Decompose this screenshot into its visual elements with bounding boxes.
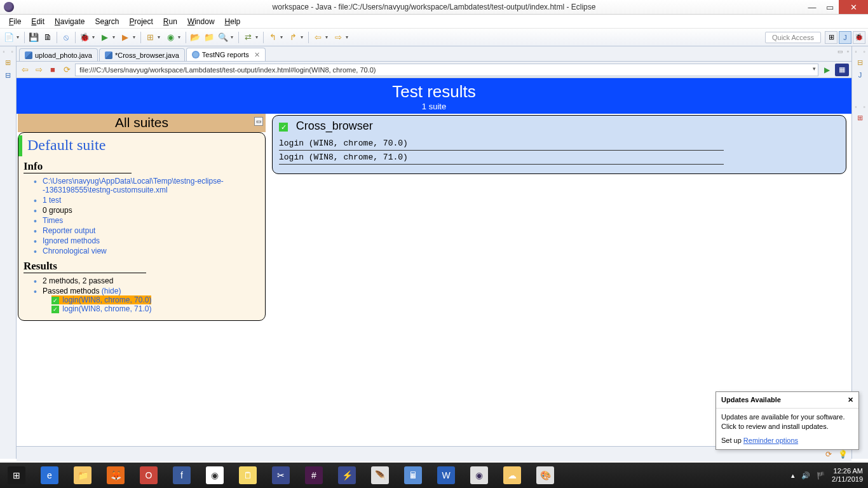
new-class-button[interactable]: ◉ [164, 31, 177, 44]
collapse-button[interactable]: ▭ [254, 117, 263, 126]
url-input[interactable] [75, 64, 818, 76]
info-reporter-link[interactable]: Reporter output [43, 226, 95, 235]
opera-button[interactable]: O [132, 463, 165, 488]
go-button-icon[interactable]: ▶ [821, 64, 832, 76]
open-perspective-button[interactable]: ⊞ [825, 31, 837, 44]
ie-button[interactable]: e [33, 463, 66, 488]
search-button[interactable]: 🔍 [217, 31, 229, 44]
outline-icon[interactable]: ⊟ [855, 57, 865, 67]
menu-navigate[interactable]: Navigate [50, 16, 90, 27]
open-task-button[interactable]: 📁 [203, 31, 215, 44]
back-button[interactable]: ⇦ [311, 31, 324, 44]
explorer-button[interactable]: 📁 [66, 463, 99, 488]
toggle-button[interactable]: ⇄ [241, 31, 254, 44]
dropdown-icon[interactable]: ▾ [301, 34, 306, 40]
open-type-button[interactable]: 📂 [189, 31, 201, 44]
nav-prev-button[interactable]: ↰ [266, 31, 279, 44]
java-perspective-button[interactable]: J [839, 31, 851, 44]
save-button[interactable]: 💾 [27, 31, 40, 44]
eclipse-button[interactable]: ◉ [463, 463, 496, 488]
tab-cross-browser[interactable]: *Cross_browser.java [99, 48, 185, 61]
screenshot-button[interactable]: ✂ [264, 463, 297, 488]
browser-stop-icon[interactable]: ■ [47, 64, 58, 76]
task-icon[interactable]: J [855, 70, 865, 80]
dropdown-icon[interactable]: ▾ [255, 34, 261, 40]
notes-button[interactable]: 🗒 [231, 463, 264, 488]
quick-access-input[interactable]: Quick Access [765, 32, 821, 43]
nav-next-button[interactable]: ↱ [287, 31, 299, 44]
update-icon[interactable]: ⟳ [824, 449, 834, 459]
dropdown-icon[interactable]: ▾ [178, 34, 183, 40]
jmeter-button[interactable]: 🪶 [363, 463, 397, 488]
action-center-icon[interactable]: 🏴 [817, 471, 825, 480]
package-explorer-icon[interactable]: ⊞ [3, 57, 13, 67]
firefox-button[interactable]: 🦊 [99, 463, 132, 488]
detail-row[interactable]: login (WIN8, chrome, 71.0) [279, 151, 724, 165]
detail-row[interactable]: login (WIN8, chrome, 70.0) [279, 137, 724, 151]
restore-icon[interactable]: ▫▫ [855, 49, 865, 55]
volume-icon[interactable]: 🔊 [801, 471, 810, 480]
info-ignored-link[interactable]: Ignored methods [43, 236, 100, 245]
menu-window[interactable]: Window [182, 16, 220, 27]
close-tab-icon[interactable]: ✕ [254, 51, 260, 59]
hierarchy-icon[interactable]: ⊟ [3, 70, 13, 80]
new-button[interactable]: 📄 [3, 31, 15, 44]
facebook-button[interactable]: f [165, 463, 198, 488]
info-chrono-link[interactable]: Chronological view [43, 247, 107, 255]
problems-icon[interactable]: ⊞ [855, 112, 865, 123]
suite-name-link[interactable]: Default suite [18, 135, 260, 156]
browser-refresh-icon[interactable]: ⟳ [61, 64, 72, 76]
menu-edit[interactable]: Edit [26, 16, 50, 27]
tab-testng-reports[interactable]: TestNG reports ✕ [186, 48, 266, 61]
chrome-button[interactable]: ◉ [198, 463, 231, 488]
menu-search[interactable]: Search [90, 16, 124, 27]
menu-help[interactable]: Help [220, 16, 246, 27]
putty-button[interactable]: ⚡ [330, 463, 363, 488]
minimize-view-icon[interactable]: ▭ [837, 48, 843, 55]
dropdown-icon[interactable]: ▾ [112, 34, 118, 40]
debug-button[interactable]: 🐞 [78, 31, 91, 44]
dropdown-icon[interactable]: ▾ [346, 34, 351, 40]
restore-icon[interactable]: ▫▫ [3, 49, 13, 55]
passed-method-link[interactable]: login(WIN8, chrome, 71.0) [62, 304, 151, 313]
cloud-button[interactable]: ☁ [496, 463, 529, 488]
menu-project[interactable]: Project [124, 16, 158, 27]
menu-file[interactable]: File [4, 16, 26, 27]
restore-icon[interactable]: ▫▫ [855, 104, 865, 110]
tip-icon[interactable]: 💡 [837, 449, 848, 459]
reminder-options-link[interactable]: Reminder options [743, 437, 798, 444]
passed-method-link[interactable]: login(WIN8, chrome, 70.0) [62, 295, 151, 304]
debug-perspective-button[interactable]: 🐞 [853, 31, 865, 44]
info-times-link[interactable]: Times [43, 216, 63, 225]
dropdown-icon[interactable]: ▾ [133, 34, 138, 40]
maximize-view-icon[interactable]: ▫ [847, 48, 849, 55]
browser-back-icon[interactable]: ⇦ [19, 64, 31, 76]
dropdown-icon[interactable]: ▾ [17, 34, 22, 40]
slack-button[interactable]: # [297, 463, 330, 488]
tray-chevron-icon[interactable]: ▴ [791, 471, 795, 480]
paint-button[interactable]: 🎨 [529, 463, 562, 488]
popup-close-icon[interactable]: ✕ [848, 396, 853, 404]
dropdown-icon[interactable]: ▾ [158, 34, 163, 40]
word-button[interactable]: W [430, 463, 463, 488]
clock[interactable]: 12:26 AM 2/11/2019 [832, 467, 863, 484]
forward-button[interactable]: ⇨ [332, 31, 344, 44]
hide-link[interactable]: (hide) [102, 287, 121, 295]
menu-run[interactable]: Run [158, 16, 182, 27]
tab-upload-photo[interactable]: upload_photo.java [19, 48, 98, 61]
dropdown-icon[interactable]: ▾ [325, 34, 330, 40]
new-package-button[interactable]: ⊞ [144, 31, 156, 44]
dropdown-icon[interactable]: ▾ [231, 34, 236, 40]
start-button[interactable]: ⊞ [0, 463, 33, 488]
save-all-button[interactable]: 🗎 [41, 31, 54, 44]
browser-forward-icon[interactable]: ⇨ [33, 64, 44, 76]
dropdown-icon[interactable]: ▾ [280, 34, 285, 40]
dropdown-icon[interactable]: ▾ [92, 34, 97, 40]
calc-button[interactable]: 🖩 [397, 463, 430, 488]
run-button[interactable]: ▶ [98, 31, 111, 44]
info-path-link[interactable]: C:\Users\navyug\AppData\Local\Temp\testn… [43, 177, 224, 194]
info-testcount-link[interactable]: 1 test [43, 196, 61, 205]
server-button-icon[interactable]: ▦ [835, 64, 849, 76]
run-last-button[interactable]: ▶ [119, 31, 132, 44]
skip-breakpoints-icon[interactable]: ⦸ [60, 31, 72, 44]
